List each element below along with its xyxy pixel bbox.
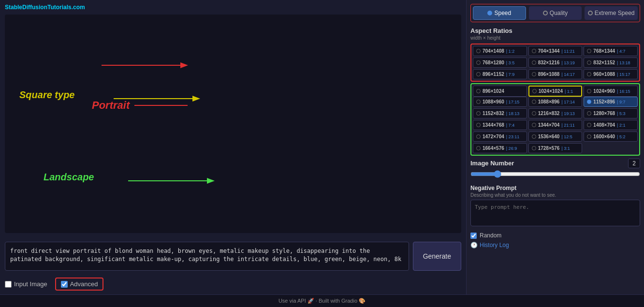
aspect-ratios-title: Aspect Ratios <box>470 27 640 34</box>
square-arrow <box>114 93 210 107</box>
aspect-radio <box>476 49 481 53</box>
aspect-item[interactable]: 896×1024 <box>473 86 527 97</box>
aspect-item[interactable]: 1600×640 | 5:2 <box>584 132 638 142</box>
aspect-item[interactable]: 832×1216 | 13:19 <box>528 58 583 68</box>
aspect-item[interactable]: 768×1280 | 3:5 <box>473 58 527 68</box>
aspect-radio <box>587 49 591 53</box>
quality-button[interactable]: Quality <box>529 6 582 20</box>
aspect-radio <box>476 146 481 150</box>
aspect-radio <box>587 60 591 65</box>
image-number-row: Image Number 2 <box>470 159 640 168</box>
image-number-label: Image Number <box>470 160 514 167</box>
input-image-label[interactable]: Input Image <box>5 280 47 288</box>
aspect-item[interactable]: 1216×832 | 19:13 <box>528 108 583 118</box>
portrait-arrow <box>102 59 198 74</box>
aspect-item[interactable]: 1024×960 | 16:15 <box>584 86 638 97</box>
aspect-item[interactable]: 1664×576 | 26:9 <box>473 143 527 153</box>
aspect-radio <box>532 72 536 76</box>
image-number-slider[interactable] <box>470 170 640 178</box>
random-checkbox[interactable] <box>470 233 477 239</box>
extreme-speed-button[interactable]: Extreme Speed <box>585 6 638 20</box>
slider-container <box>470 170 640 180</box>
quality-radio <box>543 11 548 15</box>
footer: Use via API 🚀 · Built with Gradio 🎨 <box>0 294 644 307</box>
history-icon: 🕐 <box>470 242 478 249</box>
aspect-radio <box>476 89 481 93</box>
left-panel: StableDiffusionTutorials.com Portrait Sq… <box>0 0 466 294</box>
image-number-section: Image Number 2 <box>470 159 640 185</box>
aspect-item[interactable]: 1280×768 | 5:3 <box>584 108 638 118</box>
right-panel: Speed Quality Extreme Speed Aspect Ratio… <box>466 0 644 294</box>
aspect-radio <box>587 72 591 76</box>
prompt-area: Generate <box>0 238 466 275</box>
aspect-radio <box>532 146 536 150</box>
history-log-link[interactable]: 🕐 History Log <box>470 242 640 249</box>
aspect-item[interactable]: 1088×896 | 17:14 <box>528 97 583 107</box>
square-row-grid: 896×1024 1024×1024 | 1:1 1024×960 | 16:1… <box>473 86 638 97</box>
aspect-radio <box>587 134 591 139</box>
landscape-arrow <box>128 175 225 190</box>
aspect-radio <box>532 111 536 116</box>
aspect-item[interactable]: 896×1088 | 14:17 <box>528 69 583 79</box>
aspect-radio <box>532 123 536 127</box>
aspect-item[interactable]: 1344×768 | 7:4 <box>473 120 527 130</box>
aspect-radio <box>532 134 536 139</box>
prompt-textarea[interactable] <box>5 242 409 271</box>
image-preview-area: Portrait Square type <box>5 15 461 233</box>
aspect-radio <box>476 134 481 139</box>
extreme-radio <box>588 11 593 15</box>
aspect-radio-checked <box>587 100 591 104</box>
aspect-radio <box>587 89 591 93</box>
site-logo: StableDiffusionTutorials.com <box>5 4 85 11</box>
aspect-radio <box>587 123 591 127</box>
negative-prompt-section: Negative Prompt Describing what you do n… <box>470 185 640 228</box>
aspect-radio <box>476 72 481 76</box>
aspect-item[interactable]: 1088×960 | 17:15 <box>473 97 527 107</box>
speed-quality-row: Speed Quality Extreme Speed <box>470 4 640 22</box>
advanced-label[interactable]: Advanced <box>61 280 98 288</box>
aspect-item[interactable]: 1344×704 | 21:11 <box>528 120 583 130</box>
aspect-item[interactable]: 1408×704 | 2:1 <box>584 120 638 130</box>
aspect-radio <box>532 60 536 65</box>
annotation-square: Square type <box>19 89 74 101</box>
aspect-radio <box>532 89 537 93</box>
portrait-grid: 704×1408 | 1:2 704×1344 | 11:21 768×1344… <box>473 46 638 79</box>
advanced-wrapper: Advanced <box>55 278 104 291</box>
speed-button[interactable]: Speed <box>473 6 526 20</box>
negative-prompt-subtitle: Describing what you do not want to see. <box>470 192 640 198</box>
aspect-radio <box>476 111 481 116</box>
aspect-item[interactable]: 832×1152 | 13:18 <box>584 58 638 68</box>
aspect-radio <box>532 49 536 53</box>
aspect-item[interactable]: 768×1344 | 4:7 <box>584 46 638 56</box>
aspect-item[interactable]: 1472×704 | 23:11 <box>473 132 527 142</box>
random-label: Random <box>480 232 501 239</box>
aspect-radio <box>476 123 481 127</box>
landscape-grid: 1088×960 | 17:15 1088×896 | 17:14 1152×8… <box>473 97 638 153</box>
aspect-item[interactable]: 1728×576 | 3:1 <box>528 143 583 153</box>
image-number-value: 2 <box>628 159 640 168</box>
aspect-item[interactable]: 1536×640 | 12:5 <box>528 132 583 142</box>
aspect-item[interactable]: 896×1152 | 7:9 <box>473 69 527 79</box>
aspect-radio <box>476 60 481 65</box>
advanced-checkbox[interactable] <box>61 281 68 288</box>
aspect-radio <box>476 100 481 104</box>
input-image-checkbox[interactable] <box>5 281 12 288</box>
aspect-ratios-subtitle: width × height <box>470 35 640 41</box>
aspect-radio <box>532 100 536 104</box>
aspect-item-square[interactable]: 1024×1024 | 1:1 <box>528 86 583 97</box>
aspect-item-empty <box>584 143 638 153</box>
generate-button[interactable]: Generate <box>413 242 461 271</box>
aspect-radio <box>587 111 591 116</box>
aspect-item[interactable]: 704×1344 | 11:21 <box>528 46 583 56</box>
aspect-ratios-section: Aspect Ratios width × height 704×1408 | … <box>470 27 640 159</box>
random-row: Random <box>470 232 640 239</box>
speed-radio <box>487 11 492 15</box>
annotation-landscape: Landscape <box>44 172 94 183</box>
negative-prompt-title: Negative Prompt <box>470 185 640 191</box>
aspect-item[interactable]: 960×1088 | 15:17 <box>584 69 638 79</box>
negative-prompt-textarea[interactable] <box>470 200 640 226</box>
bottom-options: Input Image Advanced <box>0 275 466 294</box>
aspect-item[interactable]: 704×1408 | 1:2 <box>473 46 527 56</box>
aspect-item-selected[interactable]: 1152×896 | 9:7 <box>584 97 638 107</box>
aspect-item[interactable]: 1152×832 | 18:13 <box>473 108 527 118</box>
